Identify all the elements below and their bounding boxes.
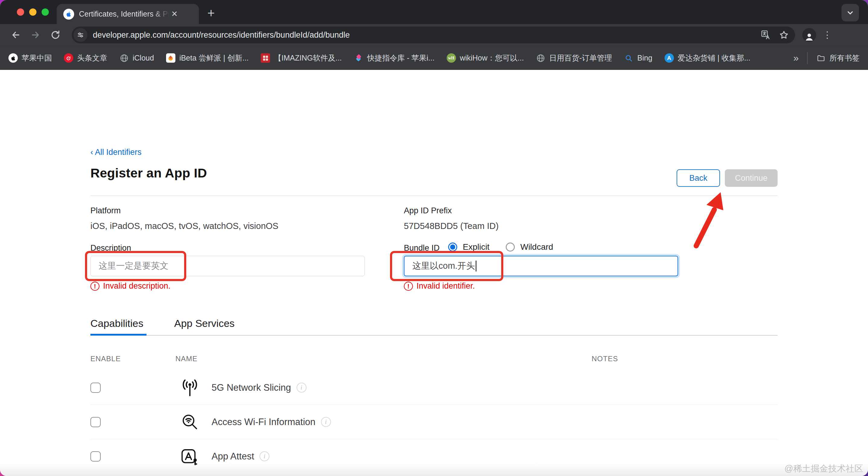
traffic-lights [17, 8, 49, 16]
profile-avatar[interactable] [802, 28, 816, 42]
bookmark-item[interactable]: 头条文章 [64, 53, 107, 63]
capability-checkbox[interactable] [90, 451, 101, 462]
bookmark-label: 日用百货-订单管理 [549, 53, 612, 63]
tabs-divider [90, 335, 778, 336]
bookmark-item[interactable]: 苹果中国 [8, 53, 52, 63]
bookmark-label: 爱达杂货铺 | 收集那... [678, 53, 750, 63]
chevron-down-icon [846, 8, 855, 17]
apple-favicon [8, 53, 18, 63]
close-window-button[interactable] [17, 8, 24, 16]
browser-toolbar: developer.apple.com/account/resources/id… [0, 24, 868, 46]
bookmark-item[interactable]: Bing [624, 53, 652, 63]
url-text[interactable]: developer.apple.com/account/resources/id… [93, 30, 753, 40]
capability-checkbox[interactable] [90, 383, 101, 393]
all-bookmarks-button[interactable]: 所有书签 [816, 53, 860, 63]
toutiao-favicon [64, 53, 73, 63]
bookmark-label: 【IMAZING软件及... [274, 53, 342, 63]
apple-developer-favicon [63, 9, 74, 20]
bookmark-star-icon[interactable] [779, 30, 789, 40]
translate-icon[interactable] [761, 30, 771, 40]
close-tab-icon[interactable]: ✕ [171, 9, 178, 19]
person-icon [804, 32, 814, 42]
zoom-window-button[interactable] [41, 8, 49, 16]
all-identifiers-link[interactable]: ‹ All Identifiers [90, 148, 142, 157]
info-icon[interactable]: i [259, 451, 270, 461]
capability-name: Access Wi-Fi Information [212, 417, 315, 427]
site-settings-icon[interactable] [73, 28, 87, 42]
bookmark-item[interactable]: 日用百货-订单管理 [536, 53, 612, 63]
info-icon[interactable]: i [321, 417, 331, 427]
wikihow-favicon: wH [447, 53, 456, 63]
watermark: @稀土掘金技术社区 [784, 463, 863, 475]
tab-title: Certificates, Identifiers & Prof [79, 10, 169, 19]
5g-network-slicing-icon [175, 378, 205, 398]
forward-button[interactable] [28, 27, 43, 43]
back-button[interactable] [8, 27, 24, 43]
shortcuts-favicon [354, 53, 363, 63]
bookmark-label: iBeta 尝鲜派 | 创新... [179, 53, 249, 63]
tab-strip: Certificates, Identifiers & Prof ✕ + [0, 0, 868, 24]
bookmarks-overflow-chevron-icon[interactable]: » [793, 53, 799, 64]
bundle-id-error: ! Invalid identifier. [404, 281, 475, 291]
radio-unselected-icon [506, 243, 515, 252]
back-page-button[interactable]: Back [677, 169, 720, 187]
bundle-id-red-highlight [390, 251, 503, 281]
bookmark-item[interactable]: 快捷指令库 - 苹果i... [354, 53, 435, 63]
red-arrow-annotation [687, 188, 744, 251]
bookmark-item[interactable]: iCloud [119, 53, 154, 63]
browser-menu-icon[interactable]: ⋮ [823, 33, 832, 37]
bookmark-item[interactable]: iBeta 尝鲜派 | 创新... [166, 53, 249, 63]
seal-favicon [261, 53, 270, 63]
reload-button[interactable] [48, 27, 63, 43]
error-exclamation-icon: ! [404, 282, 413, 291]
bookmark-label: wikiHow：您可以... [460, 53, 524, 63]
capability-name: App Attest [212, 451, 254, 462]
wildcard-radio[interactable]: Wildcard [506, 242, 553, 252]
info-icon[interactable]: i [297, 383, 307, 392]
tab-app-services[interactable]: App Services [174, 318, 235, 329]
reload-icon [50, 30, 61, 40]
a-circle-favicon: A [664, 53, 674, 63]
globe-favicon [119, 53, 129, 63]
active-tab-underline [90, 334, 147, 336]
bookmark-item[interactable]: 【IMAZING软件及... [261, 53, 342, 63]
browser-tab[interactable]: Certificates, Identifiers & Prof ✕ [57, 4, 199, 24]
new-tab-button[interactable]: + [207, 7, 215, 20]
platform-value: iOS, iPadOS, macOS, tvOS, watchOS, visio… [90, 221, 278, 231]
globe-favicon [536, 53, 545, 63]
back-arrow-icon [10, 30, 21, 40]
app-id-prefix-label: App ID Prefix [404, 206, 452, 215]
browser-window: Certificates, Identifiers & Prof ✕ + dev… [0, 0, 868, 476]
ibeta-favicon [166, 53, 176, 63]
platform-label: Platform [90, 206, 121, 215]
capability-checkbox[interactable] [90, 417, 101, 427]
radio-selected-icon [448, 243, 457, 252]
tab-search-button[interactable] [841, 4, 859, 21]
forward-arrow-icon [30, 30, 41, 40]
bookmark-label: 苹果中国 [22, 53, 52, 63]
bookmarks-bar: 苹果中国 头条文章 iCloud iBeta 尝鲜派 | 创新... 【IMAZ… [0, 46, 868, 70]
bookmarks-divider [807, 52, 808, 64]
page-content: ‹ All Identifiers Register an App ID Bac… [0, 70, 868, 476]
page-title: Register an App ID [90, 166, 207, 181]
app-id-prefix-value: 57D548BDD5 (Team ID) [404, 221, 498, 231]
tab-capabilities[interactable]: Capabilities [90, 318, 144, 329]
explicit-radio[interactable]: Explicit [448, 242, 490, 252]
bookmark-label: iCloud [133, 54, 154, 62]
column-header-notes: NOTES [592, 355, 618, 363]
minimize-window-button[interactable] [29, 8, 36, 16]
bookmark-label: Bing [637, 54, 652, 62]
capability-row: 5G Network Slicing i [90, 371, 778, 405]
bookmark-item[interactable]: wH wikiHow：您可以... [447, 53, 524, 63]
address-bar[interactable]: developer.apple.com/account/resources/id… [72, 27, 795, 43]
all-bookmarks-label: 所有书签 [830, 53, 860, 63]
description-error: ! Invalid description. [90, 281, 170, 291]
column-header-name: NAME [176, 355, 197, 363]
bookmark-item[interactable]: A 爱达杂货铺 | 收集那... [664, 53, 750, 63]
folder-icon [816, 53, 826, 63]
continue-button[interactable]: Continue [725, 169, 778, 187]
back-chevron-icon: ‹ [90, 148, 95, 157]
header-divider [90, 195, 778, 196]
app-attest-icon [175, 447, 205, 466]
bing-favicon [624, 53, 633, 63]
